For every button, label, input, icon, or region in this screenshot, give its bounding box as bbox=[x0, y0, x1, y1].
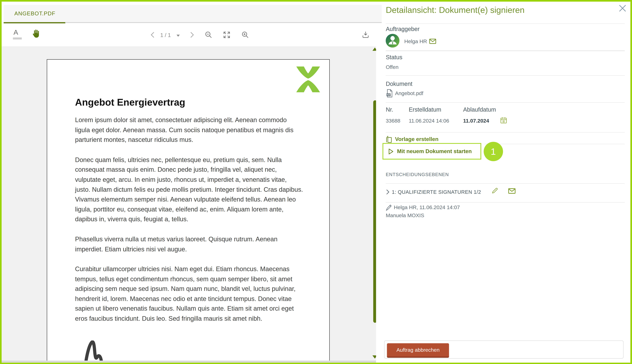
start-with-new-document-button[interactable]: Mit neuem Dokument starten bbox=[383, 143, 481, 160]
document-title: Angebot Energievertrag bbox=[75, 97, 185, 108]
person-icon bbox=[386, 34, 400, 48]
zoom-out-button[interactable] bbox=[204, 31, 213, 39]
edit-level-button[interactable] bbox=[491, 187, 498, 194]
download-document-button[interactable] bbox=[361, 30, 369, 39]
moxis-x-logo-icon bbox=[295, 66, 322, 92]
create-template-label: Vorlage erstellen bbox=[395, 136, 438, 142]
signature-pen-icon bbox=[386, 204, 391, 211]
chevron-right-icon bbox=[189, 32, 195, 38]
decision-level-title: 1: QUALIFIZIERTE SIGNATUREN 1/2 bbox=[392, 189, 481, 195]
pan-hand-tool-button[interactable] bbox=[31, 28, 41, 39]
cancel-order-button[interactable]: Auftrag abbrechen bbox=[387, 344, 449, 358]
start-with-new-document-label: Mit neuem Dokument starten bbox=[397, 148, 472, 154]
status-label: Status bbox=[386, 54, 402, 60]
previous-page-button[interactable] bbox=[150, 32, 155, 38]
svg-text:PDF: PDF bbox=[387, 94, 391, 96]
next-page-button[interactable] bbox=[189, 32, 195, 38]
page-indicator[interactable]: 1 / 1 bbox=[160, 32, 171, 39]
meta-nr-value: 33688 bbox=[386, 118, 400, 124]
pdf-page: Angebot Energievertrag Lorem ipsum dolor… bbox=[47, 59, 330, 360]
envelope-icon[interactable] bbox=[429, 38, 436, 44]
divider bbox=[386, 50, 625, 51]
document-tab-bar: ANGEBOT.PDF bbox=[4, 5, 382, 22]
zoom-in-button[interactable] bbox=[241, 31, 249, 39]
document-paragraph: Curabitur ullamcorper ultricies nisi. Na… bbox=[75, 264, 303, 324]
zoom-in-icon bbox=[241, 31, 249, 39]
vertical-scrollbar-thumb[interactable] bbox=[373, 100, 376, 323]
pdf-file-icon: PDF bbox=[386, 89, 393, 98]
avatar bbox=[386, 34, 400, 48]
create-template-link[interactable]: Vorlage erstellen bbox=[386, 135, 438, 143]
hand-icon bbox=[31, 28, 41, 39]
pdf-viewer-pane: ANGEBOT.PDF A 1 / 1 bbox=[2, 2, 382, 362]
divider bbox=[386, 132, 625, 133]
decision-levels-label: ENTSCHEIDUNGSEBENEN bbox=[386, 172, 449, 177]
divider bbox=[484, 144, 625, 144]
auftraggeber-label: Auftraggeber bbox=[386, 26, 420, 32]
fullscreen-expand-icon bbox=[222, 31, 231, 39]
active-tab-indicator bbox=[4, 22, 65, 24]
panel-title: Detailansicht: Dokument(e) signieren bbox=[386, 5, 525, 15]
horizontal-scrollbar-track[interactable] bbox=[2, 360, 376, 362]
close-icon bbox=[618, 4, 627, 13]
status-value: Offen bbox=[386, 64, 398, 70]
meta-header-nr: Nr. bbox=[386, 106, 393, 112]
text-tool-a-icon: A bbox=[14, 29, 18, 36]
divider bbox=[386, 183, 625, 184]
auftraggeber-row: Helga HR bbox=[404, 38, 436, 44]
play-outline-icon bbox=[388, 148, 394, 154]
tab-angebot-pdf[interactable]: ANGEBOT.PDF bbox=[14, 5, 56, 22]
dokument-filename[interactable]: Angebot.pdf bbox=[395, 90, 423, 96]
annotation-badge-1: 1 bbox=[484, 142, 503, 161]
scroll-down-arrow[interactable] bbox=[372, 355, 376, 358]
document-paragraph: Phasellus viverra nulla ut metus varius … bbox=[75, 234, 303, 254]
text-tool-underline-icon bbox=[13, 38, 22, 39]
zoom-out-icon bbox=[204, 31, 213, 39]
expiry-calendar-button[interactable] bbox=[500, 117, 507, 124]
chevron-left-icon bbox=[150, 32, 155, 38]
close-panel-button[interactable] bbox=[618, 4, 627, 13]
dokument-row: PDF Angebot.pdf bbox=[386, 89, 423, 98]
divider bbox=[386, 24, 625, 24]
tab-bar-divider bbox=[65, 22, 382, 23]
signer-name-date: Helga HR, 11.06.2024 14:07 bbox=[394, 204, 460, 210]
calendar-icon bbox=[500, 117, 507, 124]
meta-expiry-value: 11.07.2024 bbox=[463, 118, 489, 124]
divider bbox=[386, 102, 625, 103]
text-annotation-tool-button[interactable]: A bbox=[14, 29, 23, 41]
meta-created-value: 11.06.2024 14:06 bbox=[409, 118, 449, 124]
viewer-toolbar: A 1 / 1 bbox=[2, 24, 376, 46]
document-body: Lorem ipsum dolor sit amet, consectetuer… bbox=[75, 115, 303, 334]
copy-template-icon bbox=[386, 136, 392, 143]
signer-row: Helga HR, 11.06.2024 14:07 bbox=[386, 203, 460, 211]
fullscreen-button[interactable] bbox=[222, 31, 231, 39]
divider bbox=[386, 202, 625, 203]
chevron-expand-icon[interactable] bbox=[386, 190, 390, 195]
download-icon bbox=[361, 30, 369, 39]
decision-level-row[interactable]: 1: QUALIFIZIERTE SIGNATUREN 1/2 bbox=[386, 188, 481, 196]
screenshot-green-border: ANGEBOT.PDF A 1 / 1 bbox=[0, 0, 632, 364]
notify-level-button[interactable] bbox=[508, 188, 515, 194]
page-dropdown-caret-icon[interactable] bbox=[176, 35, 180, 37]
app-window: ANGEBOT.PDF A 1 / 1 bbox=[2, 2, 630, 362]
dokument-label: Dokument bbox=[386, 80, 412, 87]
document-paragraph: Donec quam felis, ultricies nec, pellent… bbox=[75, 155, 303, 224]
scroll-up-arrow[interactable] bbox=[372, 48, 376, 51]
envelope-level-icon bbox=[508, 188, 515, 194]
detail-panel: Detailansicht: Dokument(e) signieren Auf… bbox=[382, 2, 630, 362]
meta-header-erstelldatum: Erstelldatum bbox=[409, 106, 441, 112]
pencil-icon bbox=[491, 187, 498, 194]
meta-header-ablaufdatum: Ablaufdatum bbox=[463, 106, 496, 112]
signature-scribble bbox=[83, 340, 105, 360]
document-viewport[interactable]: Angebot Energievertrag Lorem ipsum dolor… bbox=[2, 46, 376, 360]
auftraggeber-name: Helga HR bbox=[404, 38, 427, 44]
document-paragraph: Lorem ipsum dolor sit amet, consectetuer… bbox=[75, 115, 303, 145]
footer-action-box: Auftrag abbrechen bbox=[384, 340, 624, 358]
divider bbox=[386, 75, 625, 76]
level-owner: Manuela MOXIS bbox=[386, 212, 424, 218]
